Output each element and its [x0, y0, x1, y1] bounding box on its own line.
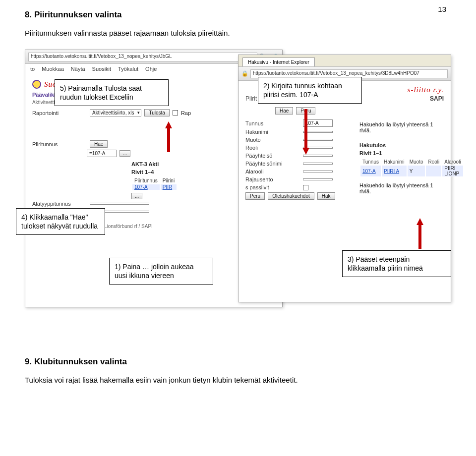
rcol-tunnus: Tunnus: [360, 159, 381, 165]
muoto-input[interactable]: [303, 139, 333, 141]
callout-1: 1) Paina … jolloin aukeaa uusi ikkuna vi…: [109, 258, 213, 285]
rooli-label: Rooli: [245, 145, 300, 151]
passiivit-label: s passiivit: [245, 184, 300, 190]
page-number: 13: [438, 5, 446, 13]
left-result-table: PiiritunnusPiirini 107-APIIR: [131, 177, 178, 191]
lions-logo-icon: [32, 80, 41, 89]
section-8-title: 8. Piiritunnuksen valinta: [25, 10, 451, 20]
lock-icon: 🔒: [241, 70, 248, 77]
alatyyppi-input[interactable]: [90, 203, 149, 205]
rcell-tunnus[interactable]: 107-A: [360, 166, 381, 176]
paayhteiso-input[interactable]: [303, 155, 333, 157]
alarooli-input[interactable]: [303, 171, 333, 172]
section-9-title: 9. Klubitunnuksen valinta: [25, 357, 451, 367]
tulosta-button[interactable]: Tulosta: [144, 109, 169, 116]
col-piiritunnus: Piiritunnus: [132, 178, 160, 183]
alatyyppi-label: Alatyyppitunnus: [32, 201, 87, 207]
rap-label: Rap: [181, 110, 191, 116]
menu-suosikit[interactable]: Suosikit: [92, 66, 112, 73]
tunnus-label: Tunnus: [245, 120, 300, 126]
peru-button-bottom[interactable]: Peru: [245, 192, 265, 200]
tab-row-right: Hakusivu - Internet Explorer: [238, 55, 451, 67]
hae-button-left[interactable]: Hae: [90, 140, 108, 148]
rajausehto-input[interactable]: [303, 178, 333, 180]
passiivit-checkbox[interactable]: [303, 185, 308, 190]
logo-right: s-liitto r.y.: [408, 86, 444, 94]
paayhteiso-label: Pääyhteisö: [245, 153, 300, 159]
rcell-hakunimi[interactable]: PIIRI A: [382, 166, 407, 176]
logo-suffix: s-liitto r.y.: [408, 86, 444, 94]
ellipsis-button-2[interactable]: ...: [131, 193, 142, 199]
piiritunnus-label: Piiritunnus: [32, 141, 87, 147]
paayhteisonimi-input[interactable]: [303, 163, 333, 165]
sapi-label: SAPI: [430, 95, 444, 102]
menu-nayta[interactable]: Näytä: [71, 66, 85, 73]
cell-piir[interactable]: PIIR: [161, 184, 177, 190]
section-9: 9. Klubitunnuksen valinta Tuloksia voi r…: [25, 357, 451, 384]
callout-3: 3) Pääset eteenpäin klikkaamalla piirin …: [342, 250, 451, 277]
rooli-input[interactable]: [303, 147, 333, 149]
summary-2: Hakuehdoilla löytyi yhteensä 1 riviä.: [359, 182, 444, 194]
rcol-alarooli: Alarooli: [442, 159, 463, 165]
callout-5: 5) Painamalla Tulosta saat ruudun tuloks…: [55, 79, 169, 106]
rivit-right: Rivit 1–1: [359, 150, 444, 156]
rajausehto-label: Rajausehto: [245, 176, 300, 182]
url-field[interactable]: https://tuotanto.vetokonsultit.fi/Vetobo…: [28, 53, 257, 61]
section-9-intro: Tuloksia voi rajat lisää hakemalla esiin…: [25, 376, 451, 384]
menu-muokkaa[interactable]: Muokkaa: [42, 66, 64, 73]
rap-checkbox[interactable]: [173, 110, 178, 115]
rcol-rooli: Rooli: [426, 159, 441, 165]
menu-ohje[interactable]: Ohje: [145, 66, 157, 73]
callout-2: 2) Kirjoita tunnus kohtaan piirisi esim.…: [258, 77, 362, 104]
rcol-hakunimi: Hakunimi: [382, 159, 407, 165]
peru-button-right[interactable]: Peru: [296, 107, 315, 114]
muoto-label: Muoto: [245, 137, 300, 143]
tab-hakusivu[interactable]: Hakusivu - Internet Explorer: [242, 57, 315, 66]
summary-1: Hakuehdoilla löytyi yhteensä 1 riviä.: [359, 121, 444, 133]
piiritunnus-input[interactable]: =107-A: [87, 150, 117, 157]
paayhteisonimi-label: Pääyhteisönimi: [245, 161, 300, 167]
hak-button[interactable]: Hak: [317, 192, 335, 200]
screenshot-area: https://tuotanto.vetokonsultit.fi/Vetobo…: [25, 50, 451, 327]
rcell-alarooli: PIIRI LIONP: [442, 166, 463, 176]
ellipsis-button-1[interactable]: ...: [119, 150, 130, 157]
cell-107a[interactable]: 107-A: [132, 184, 160, 190]
tunnus-input[interactable]: 107-A: [303, 119, 333, 127]
menu-tyokalut[interactable]: Työkalut: [118, 66, 138, 73]
oletus-button-right[interactable]: Oletushakuehdot: [268, 192, 314, 200]
hakunimi-input[interactable]: [303, 131, 333, 133]
callout-4: 4) Klikkaamalla "Hae" tulokset näkyvät r…: [16, 208, 105, 235]
hakutulos-label: Hakutulos: [359, 142, 444, 148]
alarooli-label: Alarooli: [245, 169, 300, 174]
right-result-table: Tunnus Hakunimi Muoto Rooli Alarooli 107…: [359, 158, 464, 177]
raportointi-label: Raportointi: [32, 110, 87, 116]
rcell-rooli: [426, 166, 441, 176]
col-piirini: Piirini: [161, 178, 177, 183]
section-8-intro: Piiritunnuksen valinnasta pääset rajaama…: [25, 29, 451, 37]
rcell-muoto: Y: [408, 166, 425, 176]
raportointi-select[interactable]: Aktiviteettisiirto, xls: [90, 109, 141, 116]
menu-to[interactable]: to: [30, 66, 35, 73]
rcol-muoto: Muoto: [408, 159, 425, 165]
hakunimi-label: Hakunimi: [245, 129, 300, 135]
hae-button-right[interactable]: Hae: [275, 107, 293, 114]
